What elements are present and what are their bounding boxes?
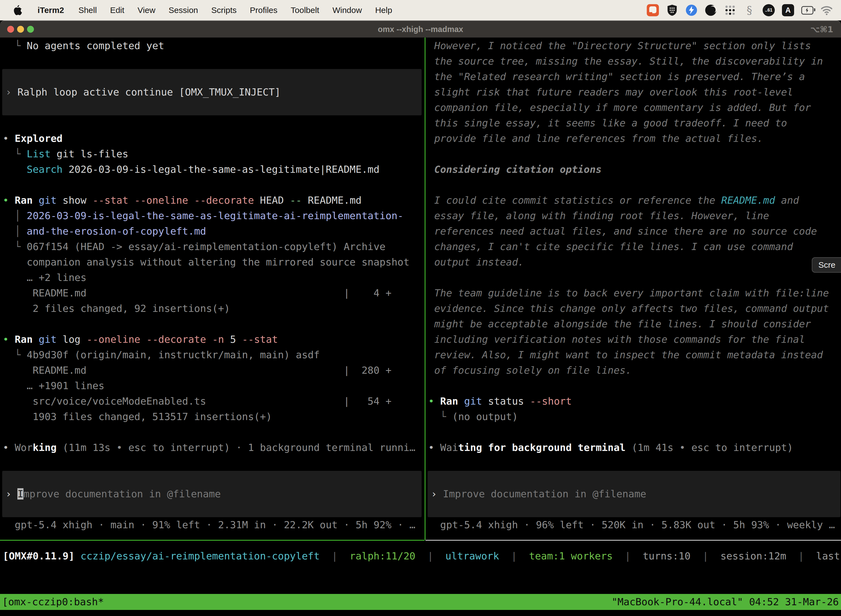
menu-item-session[interactable]: Session <box>168 6 198 15</box>
blank-line <box>425 177 841 193</box>
terminal-line: 2 files changed, 92 insertions(+) <box>0 301 425 316</box>
menu-item-shell[interactable]: Shell <box>78 6 97 15</box>
input-line[interactable]: › Improve documentation in @filename <box>428 486 841 502</box>
terminal-line: README.md | 280 + <box>0 363 425 378</box>
terminal-line: gpt-5.4 xhigh · main · 91% left · 2.31M … <box>0 517 425 532</box>
prompt-input[interactable]: › Improve documentation in @filename <box>428 471 841 517</box>
tmux-session-name: [omx-cczip0:bash* <box>2 594 104 610</box>
blank-line <box>425 146 841 162</box>
injected-prompt-box[interactable]: › Ralph loop active continue [OMX_TMUX_I… <box>2 69 422 115</box>
terminal-line: │ 2026-03-09-is-legal-the-same-as-legiti… <box>0 208 425 224</box>
terminal-line: • Ran git show --stat --oneline --decora… <box>0 193 425 208</box>
menu-item-edit[interactable]: Edit <box>110 6 125 15</box>
terminal-line: provide file and line references from th… <box>425 131 841 146</box>
left-pane-bottom-border <box>0 540 425 541</box>
terminal-line: evidence. Since this change only affects… <box>425 301 841 316</box>
window-title-bar[interactable]: omx --xhigh --madmax ⌥⌘1 <box>0 21 841 38</box>
terminal-line: gpt-5.4 xhigh · 96% left · 520K in · 5.8… <box>425 517 841 532</box>
terminal-line: slight risk that future readers may over… <box>425 84 841 100</box>
terminal-line: The team guideline is to back every impo… <box>425 285 841 301</box>
terminal-line: However, I noticed the "Directory Struct… <box>425 38 841 54</box>
left-terminal-pane[interactable]: └ No agents completed yet › Ralph loop a… <box>0 38 425 532</box>
terminal-line: • Waiting for background terminal (1m 41… <box>425 440 841 455</box>
screen-sharing-overlay-button[interactable]: Scre <box>812 257 841 273</box>
blank-line <box>425 270 841 285</box>
prompt-input[interactable]: › Improve documentation in @filename <box>2 471 422 517</box>
right-pane-bottom-border <box>425 540 841 541</box>
apple-menu-icon[interactable] <box>13 4 23 16</box>
menu-item-toolbelt[interactable]: Toolbelt <box>291 6 319 15</box>
terminal-line: 1903 files changed, 513517 insertions(+) <box>0 409 425 424</box>
tmux-status-bar: [omx-cczip0:bash* "MacBook-Pro-44.local"… <box>0 594 841 610</box>
terminal-line: output instead. <box>425 254 841 270</box>
squiggle-icon[interactable]: § <box>743 4 756 16</box>
battery-outline <box>801 6 813 15</box>
terminal-line: • Explored <box>0 131 425 146</box>
menu-item-scripts[interactable]: Scripts <box>211 6 237 15</box>
screenshot-app-icon[interactable] <box>647 4 659 16</box>
terminal-line: companion file, especially if more comme… <box>425 100 841 115</box>
blank-line <box>0 115 425 131</box>
terminal-line: … +1901 lines <box>0 378 425 393</box>
menu-app-name[interactable]: iTerm2 <box>38 6 64 15</box>
blank-line <box>425 378 841 393</box>
dots-grid-icon[interactable] <box>724 4 736 16</box>
keyboard-a-icon[interactable]: A <box>782 4 794 16</box>
terminal-line: references need actual files, and since … <box>425 224 841 239</box>
menubar-status-icons: § ..61 A <box>647 4 833 16</box>
terminal-line: • Ran git log --oneline --decorate -n 5 … <box>0 332 425 347</box>
terminal-line: companion analysis without altering the … <box>0 254 425 270</box>
terminal-line: … +2 lines <box>0 270 425 285</box>
window-shortcut-badge: ⌥⌘1 <box>810 25 833 34</box>
terminal[interactable]: └ No agents completed yet › Ralph loop a… <box>0 38 841 616</box>
blank-line <box>425 455 841 471</box>
tmux-pane-divider[interactable] <box>425 38 425 540</box>
window-title: omx --xhigh --madmax <box>0 21 841 38</box>
blank-line <box>0 424 425 440</box>
terminal-line: including verification notes with those … <box>425 332 841 347</box>
blank-line <box>0 177 425 193</box>
menu-item-window[interactable]: Window <box>333 6 362 15</box>
menu-item-help[interactable]: Help <box>375 6 393 15</box>
terminal-line: └ No agents completed yet <box>0 38 425 54</box>
terminal-line: the source tree, missing the essay. Stil… <box>425 54 841 69</box>
terminal-line: README.md | 4 + <box>0 285 425 301</box>
terminal-line: │ and-the-erosion-of-copyleft.md <box>0 224 425 239</box>
menu-items: ShellEditViewSessionScriptsProfilesToolb… <box>78 6 392 15</box>
terminal-line: I could cite commit statistics or refere… <box>425 193 841 208</box>
terminal-line: └ List git ls-files <box>0 146 425 162</box>
battery-icon[interactable] <box>801 4 813 16</box>
terminal-line: └ 067f154 (HEAD -> essay/ai-reimplementa… <box>0 239 425 254</box>
screenshot-app-icon-tail <box>649 12 652 15</box>
omx-status-line: [OMX#0.11.9] cczip/essay/ai-reimplementa… <box>0 549 841 564</box>
blue-badge-icon[interactable] <box>686 4 697 16</box>
blank-line <box>425 424 841 440</box>
blank-line <box>0 54 425 69</box>
menu-bar: iTerm2 ShellEditViewSessionScriptsProfil… <box>0 0 841 21</box>
terminal-line: Search 2026-03-09-is-legal-the-same-as-l… <box>0 162 425 177</box>
menu-item-view[interactable]: View <box>138 6 155 15</box>
terminal-line: └ 4b9d30f (origin/main, instructkr/main,… <box>0 347 425 363</box>
pie-circle-icon[interactable] <box>705 4 717 16</box>
terminal-line: • Ran git status --short <box>425 393 841 409</box>
terminal-line: • Working (11m 13s • esc to interrupt) ·… <box>0 440 425 455</box>
badge-61-icon[interactable]: ..61 <box>763 4 775 16</box>
terminal-line: review. Also, I might want to inspect th… <box>425 347 841 363</box>
terminal-line: of focusing solely on file lines. <box>425 363 841 378</box>
menu-item-profiles[interactable]: Profiles <box>250 6 277 15</box>
input-line[interactable]: › Improve documentation in @filename <box>2 486 422 502</box>
terminal-line: this single essay, it seems like a good … <box>425 115 841 131</box>
terminal-line: changes, I can't cite specific file line… <box>425 239 841 254</box>
right-terminal-pane[interactable]: However, I noticed the "Directory Struct… <box>425 38 841 532</box>
blank-line <box>0 455 425 471</box>
terminal-line: Considering citation options <box>425 162 841 177</box>
shield-icon[interactable] <box>666 4 678 16</box>
terminal-line: the "Related research writing" section i… <box>425 69 841 84</box>
wifi-icon[interactable] <box>820 4 833 16</box>
terminal-line: src/voice/voiceModeEnabled.ts | 54 + <box>0 393 425 409</box>
tmux-host-clock: "MacBook-Pro-44.local" 04:52 31-Mar-26 <box>611 594 839 610</box>
terminal-line: might be acceptable alongside the file l… <box>425 316 841 332</box>
blank-line <box>0 316 425 332</box>
terminal-line: essay file, along with finding root file… <box>425 208 841 224</box>
input-line[interactable]: › Ralph loop active continue [OMX_TMUX_I… <box>2 84 422 100</box>
